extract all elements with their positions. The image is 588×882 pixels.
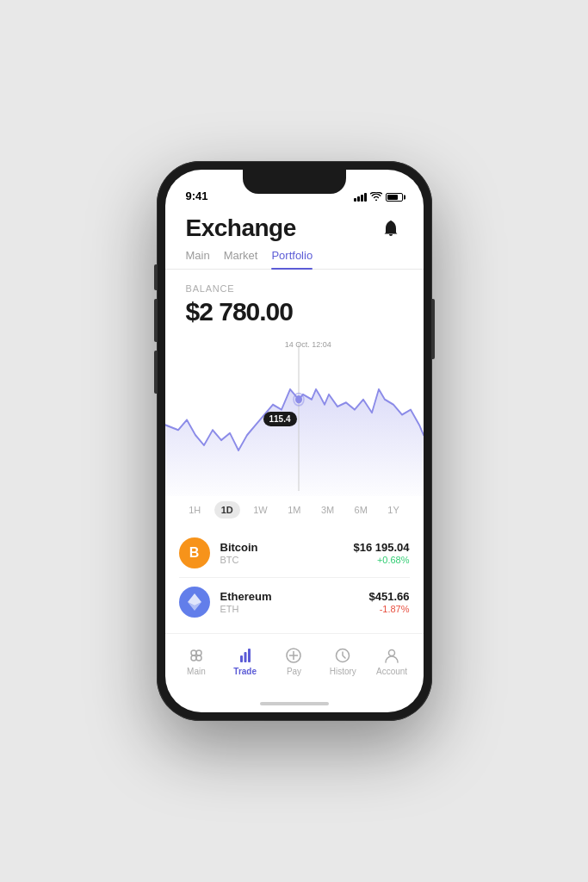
tab-market[interactable]: Market xyxy=(224,249,258,269)
svg-point-8 xyxy=(196,655,201,661)
wifi-icon xyxy=(370,192,382,202)
nav-account[interactable]: Account xyxy=(368,643,417,680)
notch xyxy=(243,170,346,194)
svg-point-7 xyxy=(191,655,196,661)
pay-nav-icon xyxy=(284,646,303,665)
time-filter-1h[interactable]: 1H xyxy=(182,501,207,519)
phone-frame: 9:41 xyxy=(157,161,432,721)
nav-pay[interactable]: Pay xyxy=(269,643,319,680)
main-nav-icon xyxy=(187,646,206,665)
eth-price: $451.66 -1.87% xyxy=(369,590,410,614)
balance-amount: $2 780.00 xyxy=(186,297,403,326)
tab-bar: Main Market Portfolio xyxy=(165,242,424,270)
balance-section: BALANCE $2 780.00 xyxy=(165,270,424,333)
btc-icon: B xyxy=(179,537,210,568)
balance-label: BALANCE xyxy=(186,283,403,294)
battery-icon xyxy=(386,193,403,202)
time-filter-bar: 1H 1D 1W 1M 3M 6M 1Y xyxy=(165,496,424,525)
tab-portfolio[interactable]: Portfolio xyxy=(271,249,313,269)
list-item[interactable]: Ethereum ETH $451.66 -1.87% xyxy=(179,578,410,626)
history-nav-icon xyxy=(333,646,352,665)
nav-history[interactable]: History xyxy=(319,643,368,680)
time-filter-1w[interactable]: 1W xyxy=(246,501,275,519)
svg-rect-9 xyxy=(240,655,243,662)
eth-symbol: ETH xyxy=(220,604,359,614)
notification-bell-icon[interactable] xyxy=(379,216,403,240)
svg-point-6 xyxy=(196,650,201,655)
account-nav-icon xyxy=(382,646,401,665)
page-title: Exchange xyxy=(186,214,296,242)
bottom-nav: Main Trade xyxy=(165,633,424,695)
status-icons xyxy=(354,192,403,202)
time-filter-1d[interactable]: 1D xyxy=(214,501,240,519)
svg-point-5 xyxy=(191,650,196,655)
svg-point-1 xyxy=(295,395,302,403)
time-filter-1y[interactable]: 1Y xyxy=(381,501,405,519)
main-nav-label: Main xyxy=(187,667,206,676)
svg-rect-11 xyxy=(248,649,251,662)
status-time: 9:41 xyxy=(186,189,208,202)
svg-point-16 xyxy=(389,650,395,656)
btc-change: +0.68% xyxy=(353,555,409,565)
account-nav-label: Account xyxy=(376,667,407,676)
nav-trade[interactable]: Trade xyxy=(220,643,269,680)
time-filter-1m[interactable]: 1M xyxy=(281,501,307,519)
history-nav-label: History xyxy=(330,667,356,676)
trade-nav-icon xyxy=(236,646,255,665)
btc-symbol: BTC xyxy=(220,555,344,565)
eth-change: -1.87% xyxy=(369,604,410,614)
list-item[interactable]: B Bitcoin BTC $16 195.04 +0.68% xyxy=(179,529,410,578)
nav-main[interactable]: Main xyxy=(172,643,221,680)
eth-value: $451.66 xyxy=(369,590,410,603)
eth-icon xyxy=(179,587,210,618)
time-filter-3m[interactable]: 3M xyxy=(314,501,341,519)
tab-main[interactable]: Main xyxy=(186,249,210,269)
page-header: Exchange xyxy=(165,208,424,242)
pay-nav-label: Pay xyxy=(287,667,301,676)
signal-icon xyxy=(354,193,367,202)
eth-name: Ethereum xyxy=(220,590,359,603)
home-indicator xyxy=(165,695,424,712)
chart-value-badge: 115.4 xyxy=(263,412,297,426)
btc-info: Bitcoin BTC xyxy=(220,541,344,565)
eth-info: Ethereum ETH xyxy=(220,590,359,614)
svg-rect-10 xyxy=(244,652,246,662)
btc-value: $16 195.04 xyxy=(353,541,409,554)
main-content: Exchange Main Market Portfolio BALANCE $… xyxy=(165,208,424,633)
asset-list: B Bitcoin BTC $16 195.04 +0.68% xyxy=(165,525,424,633)
trade-nav-label: Trade xyxy=(233,667,257,676)
btc-name: Bitcoin xyxy=(220,541,344,554)
btc-price: $16 195.04 +0.68% xyxy=(353,541,409,565)
chart-area: 14 Oct. 12:04 xyxy=(165,333,424,496)
chart-date-tooltip: 14 Oct. 12:04 xyxy=(285,340,331,349)
time-filter-6m[interactable]: 6M xyxy=(348,501,374,519)
